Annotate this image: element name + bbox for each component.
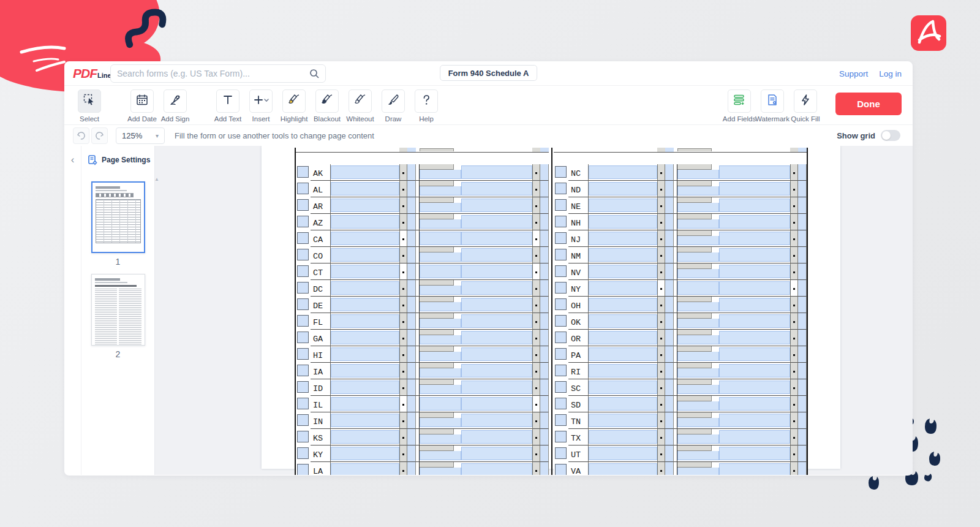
credit-reduction-input[interactable] (719, 447, 790, 460)
reduction-rate-field[interactable] (420, 247, 461, 264)
state-checkbox[interactable] (297, 398, 309, 409)
credit-cents-cell[interactable] (798, 396, 807, 412)
reduction-rate-field[interactable] (677, 429, 719, 445)
state-checkbox[interactable] (297, 282, 309, 294)
wages-cents-cell[interactable] (407, 230, 416, 247)
credit-cents-cell[interactable] (540, 214, 549, 230)
draw-tool-button[interactable]: Draw (377, 89, 410, 123)
credit-cents-cell[interactable] (540, 181, 549, 197)
credit-reduction-field[interactable] (461, 197, 532, 214)
wages-decimal-cell[interactable] (657, 330, 665, 346)
futa-wages-field[interactable] (331, 379, 399, 396)
reduction-rate-input[interactable] (677, 319, 719, 328)
credit-reduction-input[interactable] (719, 430, 790, 444)
state-checkbox[interactable] (555, 298, 567, 310)
search-icon[interactable] (309, 69, 319, 78)
reduction-rate-field[interactable] (677, 462, 719, 475)
credit-reduction-field[interactable] (461, 412, 532, 429)
credit-reduction-input[interactable] (461, 414, 532, 427)
undo-button[interactable] (73, 127, 89, 144)
reduction-rate-field[interactable] (420, 346, 461, 363)
credit-decimal-cell[interactable] (532, 164, 540, 181)
wages-decimal-cell[interactable] (657, 197, 665, 214)
credit-reduction-input[interactable] (719, 182, 790, 195)
futa-wages-field[interactable] (589, 214, 657, 230)
state-checkbox[interactable] (297, 447, 309, 459)
wages-cents-cell[interactable] (665, 346, 674, 363)
blackout-tool-button[interactable]: Blackout (311, 89, 344, 123)
wages-cents-cell[interactable] (407, 462, 416, 475)
futa-wages-field[interactable] (589, 247, 657, 264)
credit-decimal-cell[interactable] (532, 346, 540, 363)
reduction-rate-field[interactable] (420, 379, 461, 396)
futa-wages-input[interactable] (589, 232, 657, 245)
futa-wages-input[interactable] (331, 381, 399, 394)
credit-decimal-cell[interactable] (532, 280, 540, 297)
credit-cents-cell[interactable] (798, 197, 807, 214)
reduction-rate-input[interactable] (677, 368, 719, 377)
credit-reduction-input[interactable] (719, 347, 790, 361)
wages-decimal-cell[interactable] (399, 197, 407, 214)
wages-decimal-cell[interactable] (399, 445, 407, 462)
reduction-rate-input[interactable] (677, 252, 719, 262)
wages-cents-cell[interactable] (665, 214, 674, 230)
reduction-rate-field[interactable] (677, 297, 719, 313)
futa-wages-input[interactable] (331, 232, 399, 245)
wages-cents-cell[interactable] (407, 313, 416, 330)
futa-wages-input[interactable] (331, 298, 399, 311)
reduction-rate-field[interactable] (677, 181, 719, 197)
state-checkbox[interactable] (555, 414, 567, 426)
credit-decimal-cell[interactable] (790, 412, 798, 429)
wages-cents-cell[interactable] (665, 313, 674, 330)
credit-reduction-input[interactable] (461, 215, 532, 229)
reduction-rate-input[interactable] (420, 203, 461, 212)
state-checkbox[interactable] (555, 166, 567, 178)
reduction-rate-input[interactable] (677, 302, 719, 311)
help-tool-button[interactable]: Help (410, 89, 443, 123)
credit-reduction-input[interactable] (719, 215, 790, 229)
wages-cents-cell[interactable] (407, 214, 416, 230)
credit-reduction-input[interactable] (719, 298, 790, 311)
wages-decimal-cell[interactable] (399, 330, 407, 346)
credit-decimal-cell[interactable] (790, 197, 798, 214)
credit-cents-cell[interactable] (798, 280, 807, 297)
credit-reduction-input[interactable] (719, 265, 790, 278)
credit-reduction-field[interactable] (461, 181, 532, 197)
credit-reduction-field[interactable] (461, 363, 532, 379)
credit-decimal-cell[interactable] (532, 445, 540, 462)
credit-cents-cell[interactable] (540, 280, 549, 297)
futa-wages-field[interactable] (331, 214, 399, 230)
reduction-rate-field[interactable] (677, 363, 719, 379)
credit-reduction-field[interactable] (719, 247, 790, 264)
reduction-rate-field[interactable] (677, 214, 719, 230)
futa-wages-field[interactable] (331, 181, 399, 197)
reduction-rate-input[interactable] (677, 203, 719, 212)
reduction-rate-field[interactable] (420, 297, 461, 313)
futa-wages-input[interactable] (589, 447, 657, 460)
credit-reduction-input[interactable] (461, 331, 532, 344)
futa-wages-field[interactable] (589, 396, 657, 412)
credit-reduction-field[interactable] (719, 181, 790, 197)
credit-decimal-cell[interactable] (532, 181, 540, 197)
credit-reduction-input[interactable] (461, 199, 532, 212)
wages-cents-cell[interactable] (407, 412, 416, 429)
wages-decimal-cell[interactable] (657, 214, 665, 230)
credit-reduction-input[interactable] (461, 248, 532, 262)
reduction-rate-field[interactable] (677, 412, 719, 429)
state-checkbox[interactable] (555, 431, 567, 442)
reduction-rate-field[interactable] (420, 330, 461, 346)
credit-reduction-field[interactable] (719, 363, 790, 379)
futa-wages-input[interactable] (589, 248, 657, 262)
credit-decimal-cell[interactable] (790, 264, 798, 280)
futa-wages-input[interactable] (331, 447, 399, 460)
wages-cents-cell[interactable] (407, 330, 416, 346)
credit-reduction-field[interactable] (719, 396, 790, 412)
page-settings-button[interactable]: Page Settings (81, 146, 154, 174)
futa-wages-input[interactable] (589, 463, 657, 475)
state-checkbox[interactable] (555, 348, 567, 360)
wages-cents-cell[interactable] (407, 164, 416, 181)
wages-decimal-cell[interactable] (657, 164, 665, 181)
wages-decimal-cell[interactable] (399, 164, 407, 181)
futa-wages-input[interactable] (331, 215, 399, 229)
wages-cents-cell[interactable] (665, 330, 674, 346)
